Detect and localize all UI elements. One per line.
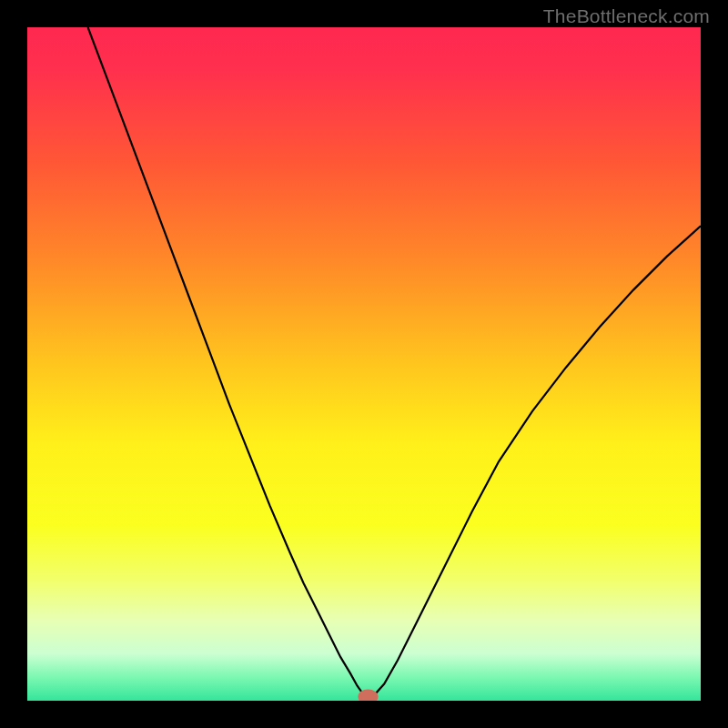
gradient-background [27,27,701,701]
watermark-text: TheBottleneck.com [543,5,710,27]
plot-area [27,27,701,701]
chart-frame: TheBottleneck.com [0,0,728,728]
chart-svg [27,27,701,701]
